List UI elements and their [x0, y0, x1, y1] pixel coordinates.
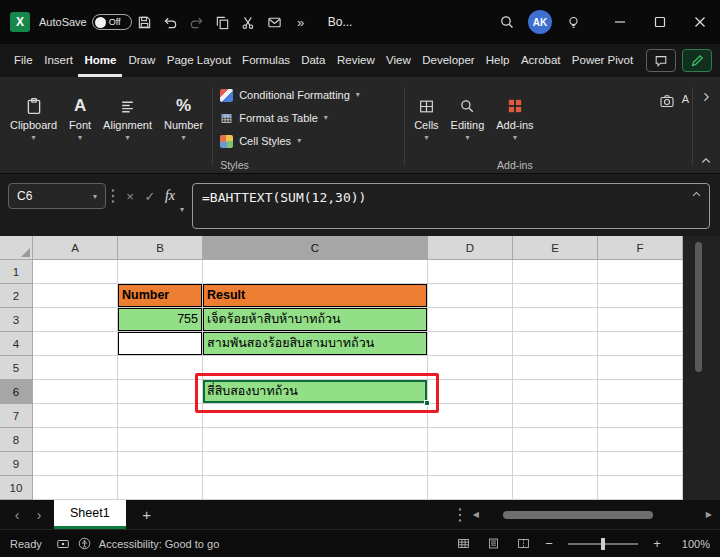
avatar[interactable]: AK [528, 10, 552, 34]
cell-B3[interactable]: 755 [118, 308, 203, 332]
cell-A7[interactable] [33, 404, 118, 428]
column-header-B[interactable]: B [118, 236, 203, 260]
column-header-F[interactable]: F [598, 236, 683, 260]
cell-F8[interactable] [598, 428, 683, 452]
normal-view-icon[interactable] [452, 537, 474, 550]
cancel-button[interactable]: × [120, 183, 140, 209]
column-header-A[interactable]: A [33, 236, 118, 260]
cell-E10[interactable] [513, 476, 598, 500]
cell-E5[interactable] [513, 356, 598, 380]
cell-D1[interactable] [428, 260, 513, 284]
zoom-in-button[interactable]: + [650, 536, 664, 551]
cell-A10[interactable] [33, 476, 118, 500]
menu-tab-insert[interactable]: Insert [38, 44, 78, 77]
autosave-toggle[interactable]: Off [92, 14, 132, 30]
undo-icon[interactable] [158, 8, 184, 36]
insert-function-button[interactable]: fx [160, 183, 180, 209]
page-layout-view-icon[interactable] [482, 537, 504, 550]
cell-A9[interactable] [33, 452, 118, 476]
zoom-slider[interactable] [568, 543, 638, 545]
cell-F3[interactable] [598, 308, 683, 332]
cell-F9[interactable] [598, 452, 683, 476]
cell-F2[interactable] [598, 284, 683, 308]
cell-C6[interactable]: สี่สิบสองบาทถ้วน [203, 380, 428, 404]
sheet-tab-sheet1[interactable]: Sheet1 [54, 500, 126, 529]
maximize-button[interactable] [640, 0, 680, 44]
cell-B6[interactable] [118, 380, 203, 404]
ribbon-group-alignment[interactable]: Alignment ▾ [97, 79, 158, 173]
cut-icon[interactable] [236, 8, 262, 36]
menu-tab-help[interactable]: Help [480, 44, 515, 77]
autosave-control[interactable]: AutoSave Off [39, 14, 132, 30]
cell-E4[interactable] [513, 332, 598, 356]
ribbon-group-cells[interactable]: Cells ▾ [408, 79, 444, 173]
menu-tab-draw[interactable]: Draw [122, 44, 160, 77]
fill-handle[interactable] [424, 400, 430, 406]
formula-input[interactable]: =BAHTTEXT(SUM(12,30)) [192, 183, 710, 229]
copy-icon[interactable] [210, 8, 236, 36]
menu-tab-developer[interactable]: Developer [416, 44, 479, 77]
row-header-5[interactable]: 5 [0, 356, 33, 380]
cell-C4[interactable]: สามพันสองร้อยสิบสามบาทถ้วน [203, 332, 428, 356]
cell-B5[interactable] [118, 356, 203, 380]
cell-F10[interactable] [598, 476, 683, 500]
toolbar-overflow-icon[interactable]: » [288, 8, 314, 36]
cell-C8[interactable] [203, 428, 428, 452]
cell-A3[interactable] [33, 308, 118, 332]
menu-tab-review[interactable]: Review [331, 44, 380, 77]
cell-F4[interactable] [598, 332, 683, 356]
horizontal-scrollbar[interactable] [485, 510, 700, 519]
status-mode[interactable]: Ready [10, 538, 42, 550]
cell-D8[interactable] [428, 428, 513, 452]
minimize-button[interactable] [600, 0, 640, 44]
cell-E9[interactable] [513, 452, 598, 476]
save-icon[interactable] [132, 8, 158, 36]
menu-tab-page-layout[interactable]: Page Layout [161, 44, 236, 77]
add-sheet-button[interactable]: + [134, 506, 160, 523]
cell-B7[interactable] [118, 404, 203, 428]
collapse-ribbon-icon[interactable] [700, 155, 712, 167]
cell-E1[interactable] [513, 260, 598, 284]
horizontal-scrollbar-thumb[interactable] [503, 511, 653, 519]
ribbon-group-editing[interactable]: Editing ▾ [445, 79, 491, 173]
comments-button[interactable] [646, 49, 676, 72]
cell-D10[interactable] [428, 476, 513, 500]
ribbon-group-clipboard[interactable]: Clipboard ▾ [4, 79, 63, 173]
row-header-2[interactable]: 2 [0, 284, 33, 308]
cell-E6[interactable] [513, 380, 598, 404]
sheet-nav-left-icon[interactable]: ‹ [6, 507, 28, 523]
cell-B8[interactable] [118, 428, 203, 452]
macro-record-icon[interactable] [56, 537, 70, 551]
cell-B9[interactable] [118, 452, 203, 476]
sheet-nav-right-icon[interactable]: › [28, 507, 50, 523]
excel-logo-icon[interactable]: X [10, 12, 30, 32]
cell-C9[interactable] [203, 452, 428, 476]
cell-D3[interactable] [428, 308, 513, 332]
cell-A2[interactable] [33, 284, 118, 308]
cell-F5[interactable] [598, 356, 683, 380]
cell-F1[interactable] [598, 260, 683, 284]
row-header-10[interactable]: 10 [0, 476, 33, 500]
menu-tab-data[interactable]: Data [295, 44, 331, 77]
column-header-D[interactable]: D [428, 236, 513, 260]
scroll-left-icon[interactable]: ◀ [473, 510, 479, 519]
vertical-scrollbar-thumb[interactable] [695, 242, 702, 372]
row-header-3[interactable]: 3 [0, 308, 33, 332]
menu-tab-home[interactable]: Home [78, 44, 122, 77]
cell-C10[interactable] [203, 476, 428, 500]
ribbon-more-icon[interactable] [700, 91, 712, 103]
select-all-corner[interactable] [0, 236, 33, 260]
conditional-formatting-button[interactable]: Conditional Formatting ▾ [220, 85, 401, 106]
menu-tab-file[interactable]: File [8, 44, 38, 77]
cell-B10[interactable] [118, 476, 203, 500]
format-as-table-button[interactable]: Format as Table ▾ [220, 108, 401, 129]
name-box[interactable]: C6 ▾ [8, 183, 106, 209]
cell-C5[interactable] [203, 356, 428, 380]
cell-D5[interactable] [428, 356, 513, 380]
cell-A1[interactable] [33, 260, 118, 284]
search-icon[interactable] [494, 8, 520, 36]
menu-tab-power-pivot[interactable]: Power Pivot [566, 44, 638, 77]
cell-A8[interactable] [33, 428, 118, 452]
cell-C1[interactable] [203, 260, 428, 284]
camera-icon[interactable] [654, 87, 680, 115]
